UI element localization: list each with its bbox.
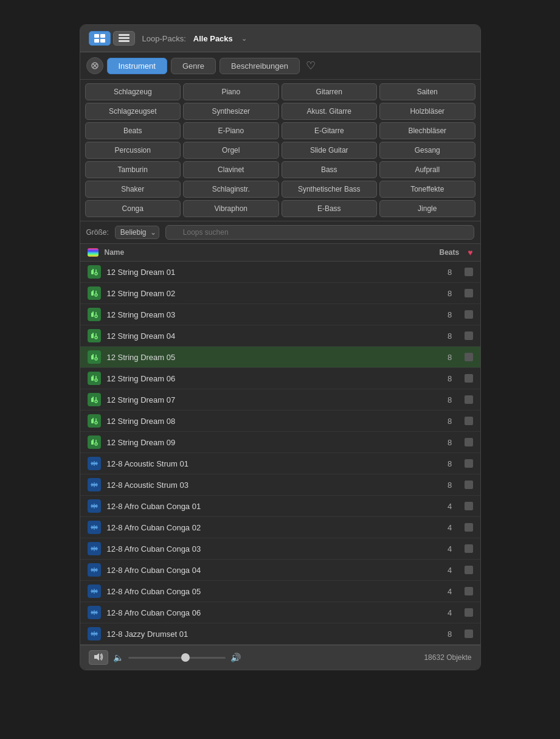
loop-favorite-checkbox[interactable]: [465, 459, 473, 468]
loop-favorite-checkbox[interactable]: [465, 331, 473, 340]
instrument-button-e-gitarre[interactable]: E-Gitarre: [282, 122, 378, 139]
loop-beats: 8: [444, 310, 456, 319]
loop-favorite-checkbox[interactable]: [465, 310, 473, 319]
loop-item[interactable]: 12-8 Afro Cuban Conga 014: [80, 496, 480, 517]
instrument-button-schlagzeugset[interactable]: Schlagzeugset: [85, 103, 181, 120]
list-view-button[interactable]: [113, 31, 135, 46]
col-name-header: Name: [105, 248, 440, 257]
loop-item[interactable]: 12-8 Jazzy Drumset 018: [80, 623, 480, 645]
instrument-button-e-piano[interactable]: E-Piano: [183, 122, 279, 139]
size-select[interactable]: Beliebig: [115, 226, 159, 239]
loop-beats: 4: [444, 544, 456, 553]
tab-instrument[interactable]: Instrument: [107, 58, 167, 74]
loop-item[interactable]: 12 String Dream 098: [80, 432, 480, 453]
loop-item[interactable]: 12 String Dream 068: [80, 368, 480, 389]
loop-name: 12 String Dream 05: [107, 353, 444, 362]
svg-rect-19: [92, 311, 94, 314]
instrument-button-clavinet[interactable]: Clavinet: [183, 161, 279, 178]
audio-loop-icon: [88, 563, 101, 577]
loop-item[interactable]: 12-8 Afro Cuban Conga 064: [80, 602, 480, 623]
loop-favorite-checkbox[interactable]: [465, 268, 473, 276]
instrument-button-schlaginstr.[interactable]: Schlaginstr.: [183, 181, 279, 198]
size-label: Größe:: [86, 228, 109, 237]
loop-browser-panel: Loop-Packs: Alle Packs ⌄ Instrument Genr…: [80, 24, 481, 670]
preview-button[interactable]: [89, 650, 108, 665]
tab-beschreibungen[interactable]: Beschreibungen: [220, 58, 300, 74]
loop-favorite-checkbox[interactable]: [465, 374, 473, 383]
loop-packs-label: Loop-Packs:: [142, 34, 186, 43]
audio-loop-icon: [88, 585, 101, 598]
volume-slider[interactable]: [128, 657, 226, 659]
instrument-button-gesang[interactable]: Gesang: [379, 142, 475, 159]
favorites-filter-button[interactable]: ♡: [306, 59, 316, 72]
loop-item[interactable]: 12 String Dream 038: [80, 304, 480, 325]
loop-favorite-checkbox[interactable]: [465, 502, 473, 510]
instrument-button-saiten[interactable]: Saiten: [379, 83, 475, 100]
midi-loop-icon: [88, 393, 101, 406]
loop-favorite-checkbox[interactable]: [465, 395, 473, 404]
loop-item[interactable]: 12-8 Acoustic Strum 018: [80, 453, 480, 474]
loop-favorite-checkbox[interactable]: [465, 587, 473, 595]
loop-favorite-checkbox[interactable]: [465, 289, 473, 297]
instrument-button-conga[interactable]: Conga: [85, 200, 181, 217]
search-input[interactable]: [165, 225, 474, 240]
svg-point-20: [95, 315, 97, 317]
loop-item[interactable]: 12-8 Acoustic Strum 038: [80, 474, 480, 496]
instrument-button-bass[interactable]: Bass: [282, 161, 378, 178]
volume-low-icon: 🔈: [113, 653, 123, 662]
instrument-button-holzbläser[interactable]: Holzbläser: [379, 103, 475, 120]
instrument-button-blechbläser[interactable]: Blechbläser: [379, 122, 475, 139]
loop-favorite-checkbox[interactable]: [465, 353, 473, 361]
svg-rect-23: [92, 333, 94, 335]
loop-favorite-checkbox[interactable]: [465, 544, 473, 553]
search-wrapper: 🔍: [165, 225, 474, 240]
tab-genre[interactable]: Genre: [171, 58, 216, 74]
loop-favorite-checkbox[interactable]: [465, 481, 473, 489]
loop-beats: 4: [444, 608, 456, 617]
instrument-button-gitarren[interactable]: Gitarren: [282, 83, 378, 100]
loop-item[interactable]: 12 String Dream 058: [80, 347, 480, 368]
audio-loop-icon: [88, 521, 101, 534]
instrument-button-e-bass[interactable]: E-Bass: [282, 200, 378, 217]
loop-name: 12-8 Afro Cuban Conga 02: [107, 523, 444, 532]
svg-point-32: [95, 379, 97, 381]
loop-item[interactable]: 12 String Dream 028: [80, 283, 480, 304]
loop-favorite-checkbox[interactable]: [465, 523, 473, 532]
table-header: Name Beats ♥: [80, 244, 480, 262]
instrument-button-jingle[interactable]: Jingle: [379, 200, 475, 217]
loop-item[interactable]: 12-8 Afro Cuban Conga 044: [80, 560, 480, 581]
svg-point-40: [95, 422, 97, 424]
instrument-button-vibraphon[interactable]: Vibraphon: [183, 200, 279, 217]
loop-favorite-checkbox[interactable]: [465, 417, 473, 425]
loop-item[interactable]: 12-8 Afro Cuban Conga 054: [80, 581, 480, 602]
grid-view-button[interactable]: [89, 31, 111, 46]
loop-item[interactable]: 12-8 Afro Cuban Conga 034: [80, 538, 480, 560]
instrument-button-akust.-gitarre[interactable]: Akust. Gitarre: [282, 103, 378, 120]
loop-item[interactable]: 12 String Dream 088: [80, 411, 480, 432]
instrument-button-synthetischer-bass[interactable]: Synthetischer Bass: [282, 181, 378, 198]
loop-item[interactable]: 12 String Dream 078: [80, 389, 480, 411]
instrument-button-piano[interactable]: Piano: [183, 83, 279, 100]
loop-beats: 8: [444, 353, 456, 362]
instrument-button-percussion[interactable]: Percussion: [85, 142, 181, 159]
loop-favorite-checkbox[interactable]: [465, 630, 473, 638]
loop-beats: 4: [444, 502, 456, 511]
instrument-button-tamburin[interactable]: Tamburin: [85, 161, 181, 178]
instrument-button-orgel[interactable]: Orgel: [183, 142, 279, 159]
instrument-button-beats[interactable]: Beats: [85, 122, 181, 139]
instrument-button-schlagzeug[interactable]: Schlagzeug: [85, 83, 181, 100]
loop-item[interactable]: 12 String Dream 018: [80, 262, 480, 283]
loop-item[interactable]: 12 String Dream 048: [80, 325, 480, 347]
instrument-button-slide-guitar[interactable]: Slide Guitar: [282, 142, 378, 159]
svg-rect-27: [92, 354, 94, 356]
svg-rect-4: [119, 34, 130, 36]
loop-favorite-checkbox[interactable]: [465, 566, 473, 574]
instrument-button-synthesizer[interactable]: Synthesizer: [183, 103, 279, 120]
loop-favorite-checkbox[interactable]: [465, 438, 473, 446]
instrument-button-shaker[interactable]: Shaker: [85, 181, 181, 198]
instrument-button-aufprall[interactable]: Aufprall: [379, 161, 475, 178]
clear-filter-button[interactable]: [86, 57, 103, 74]
loop-favorite-checkbox[interactable]: [465, 608, 473, 617]
instrument-button-toneffekte[interactable]: Toneffekte: [379, 181, 475, 198]
loop-item[interactable]: 12-8 Afro Cuban Conga 024: [80, 517, 480, 538]
